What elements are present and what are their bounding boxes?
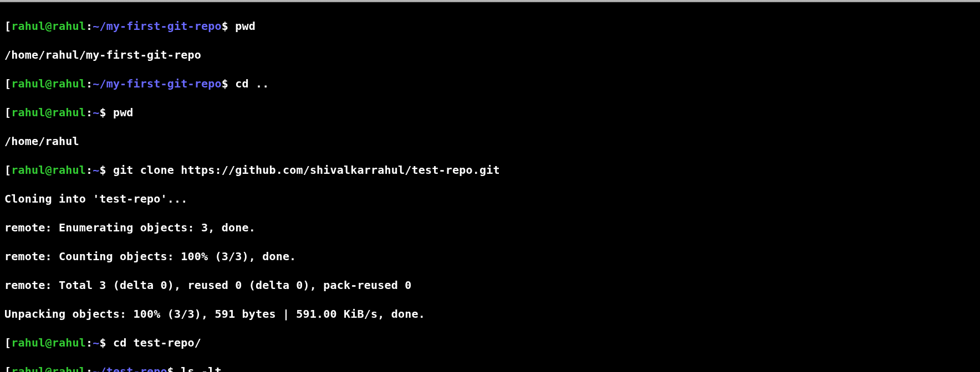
output-line: Unpacking objects: 100% (3/3), 591 bytes… [4, 307, 976, 321]
command-text: git clone https://github.com/shivalkarra… [113, 163, 500, 177]
user-host: rahul@rahul [11, 163, 86, 177]
cwd: ~ [93, 336, 99, 349]
cwd: ~/my-first-git-repo [93, 77, 222, 90]
user-host: rahul@rahul [11, 106, 86, 119]
cwd: ~/my-first-git-repo [93, 19, 222, 33]
bracket-open: [ [4, 336, 11, 349]
prompt-line: [rahul@rahul:~/my-first-git-repo$ pwd [4, 19, 976, 33]
output-line: /home/rahul/my-first-git-repo [4, 48, 976, 62]
prompt-line: [rahul@rahul:~/test-repo$ ls -lt [4, 364, 976, 372]
command-text: pwd [235, 19, 256, 33]
prompt-line: [rahul@rahul:~$ git clone https://github… [4, 163, 976, 177]
user-host: rahul@rahul [11, 365, 86, 372]
command-text: cd test-repo/ [113, 336, 201, 349]
output-line: Cloning into 'test-repo'... [4, 192, 976, 206]
bracket-close-dollar: $ [222, 77, 235, 90]
bracket-open: [ [4, 19, 11, 33]
user-host: rahul@rahul [11, 77, 86, 90]
colon: : [86, 336, 93, 349]
colon: : [86, 77, 93, 90]
bracket-close-dollar: $ [99, 106, 113, 119]
bracket-close-dollar: $ [222, 19, 235, 33]
colon: : [86, 106, 93, 119]
bracket-open: [ [4, 163, 11, 177]
user-host: rahul@rahul [11, 336, 86, 349]
command-text: pwd [113, 106, 134, 119]
cwd: ~ [93, 106, 99, 119]
command-text: ls -lt [181, 365, 221, 372]
bracket-close-dollar: $ [99, 163, 113, 177]
prompt-line: [rahul@rahul:~$ pwd [4, 105, 976, 120]
cwd: ~ [93, 163, 99, 177]
colon: : [86, 19, 93, 33]
output-line: remote: Total 3 (delta 0), reused 0 (del… [4, 278, 976, 292]
bracket-open: [ [4, 77, 11, 90]
colon: : [86, 163, 93, 177]
output-line: /home/rahul [4, 134, 976, 148]
command-text: cd .. [235, 77, 269, 90]
output-line: remote: Counting objects: 100% (3/3), do… [4, 249, 976, 264]
cwd: ~/test-repo [93, 365, 167, 372]
bracket-open: [ [4, 365, 11, 372]
prompt-line: [rahul@rahul:~$ cd test-repo/ [4, 335, 976, 350]
output-line: remote: Enumerating objects: 3, done. [4, 220, 976, 235]
user-host: rahul@rahul [11, 19, 86, 33]
bracket-close-dollar: $ [99, 336, 113, 349]
bracket-open: [ [4, 106, 11, 119]
prompt-line: [rahul@rahul:~/my-first-git-repo$ cd .. [4, 76, 976, 91]
terminal[interactable]: [rahul@rahul:~/my-first-git-repo$ pwd /h… [0, 2, 980, 372]
colon: : [86, 365, 93, 372]
bracket-close-dollar: $ [167, 365, 181, 372]
